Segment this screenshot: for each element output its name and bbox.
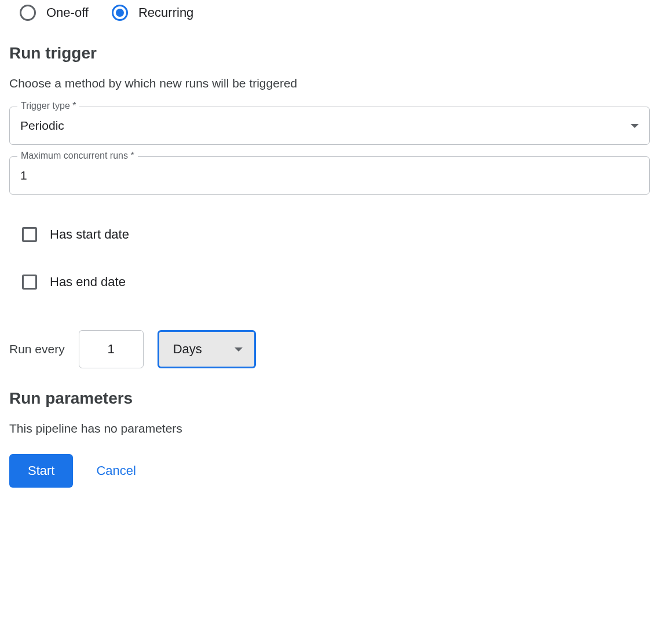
- radio-icon: [20, 5, 36, 21]
- run-every-unit-value: Days: [173, 342, 202, 357]
- radio-inner-icon: [116, 9, 124, 17]
- start-button[interactable]: Start: [9, 454, 73, 488]
- run-every-value-input[interactable]: [79, 330, 144, 368]
- has-end-date-checkbox[interactable]: [22, 275, 37, 290]
- max-concurrent-field: Maximum concurrent runs *: [9, 156, 650, 195]
- has-end-date-row: Has end date: [22, 275, 650, 290]
- trigger-type-field: Trigger type * Periodic: [9, 107, 650, 145]
- max-concurrent-input-box: [9, 156, 650, 195]
- trigger-type-value: Periodic: [20, 119, 64, 133]
- run-every-unit-select[interactable]: Days: [158, 330, 256, 368]
- max-concurrent-input[interactable]: [20, 169, 639, 182]
- trigger-type-select[interactable]: Periodic: [9, 107, 650, 145]
- max-concurrent-label: Maximum concurrent runs *: [17, 151, 138, 161]
- run-parameters-empty: This pipeline has no parameters: [9, 422, 650, 436]
- has-start-date-checkbox[interactable]: [22, 227, 37, 242]
- run-every-row: Run every Days: [9, 330, 650, 368]
- radio-option-recurring[interactable]: Recurring: [112, 5, 193, 21]
- has-start-date-label: Has start date: [50, 227, 129, 242]
- schedule-type-radio-group: One-off Recurring: [20, 5, 650, 21]
- radio-icon-selected: [112, 5, 128, 21]
- run-trigger-description: Choose a method by which new runs will b…: [9, 76, 650, 90]
- radio-label-recurring: Recurring: [138, 5, 193, 20]
- action-buttons: Start Cancel: [9, 454, 650, 488]
- trigger-type-label: Trigger type *: [17, 101, 79, 111]
- has-start-date-row: Has start date: [22, 227, 650, 242]
- run-every-label: Run every: [9, 342, 65, 356]
- has-end-date-label: Has end date: [50, 275, 126, 290]
- cancel-button[interactable]: Cancel: [96, 463, 136, 478]
- chevron-down-icon: [235, 347, 243, 352]
- run-parameters-title: Run parameters: [9, 389, 650, 408]
- radio-option-one-off[interactable]: One-off: [20, 5, 89, 21]
- chevron-down-icon: [631, 124, 639, 128]
- radio-label-one-off: One-off: [46, 5, 89, 20]
- run-trigger-title: Run trigger: [9, 44, 650, 63]
